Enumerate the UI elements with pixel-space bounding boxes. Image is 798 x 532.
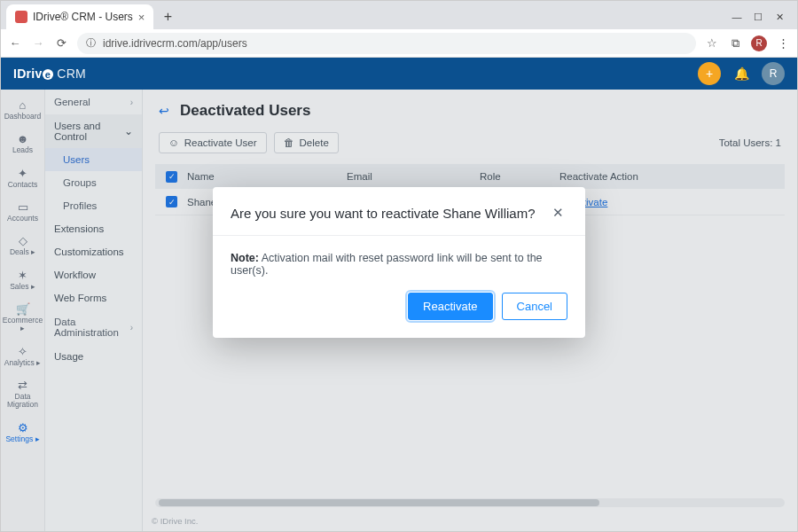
browser-profile-avatar[interactable]: R (751, 35, 767, 51)
tab-title: IDrive® CRM - Users (33, 11, 133, 23)
window-minimize-icon[interactable]: — (732, 12, 742, 23)
browser-address-bar: ← → ⟳ ⓘ idrive.idrivecrm.com/app/users ☆… (1, 29, 797, 58)
modal-close-icon[interactable]: ✕ (549, 203, 567, 223)
browser-menu-icon[interactable]: ⋮ (776, 36, 790, 50)
tab-close-icon[interactable]: × (138, 11, 145, 24)
modal-cancel-button[interactable]: Cancel (502, 293, 567, 320)
confirm-reactivate-modal: Are you sure you want to reactivate Shan… (213, 187, 585, 338)
modal-body: Note: Activation mail with reset passwor… (213, 236, 585, 293)
extensions-icon[interactable]: ⧉ (728, 36, 742, 51)
app-logo[interactable]: IDrive CRM (13, 66, 86, 81)
site-info-icon[interactable]: ⓘ (86, 36, 96, 50)
favicon-icon (15, 11, 27, 23)
add-button[interactable]: + (698, 62, 721, 85)
user-avatar[interactable]: R (762, 62, 785, 85)
modal-overlay[interactable]: Are you sure you want to reactivate Shan… (1, 90, 797, 531)
app-topbar: IDrive CRM + 🔔 R (1, 58, 797, 90)
modal-reactivate-button[interactable]: Reactivate (408, 293, 492, 320)
new-tab-button[interactable]: + (157, 6, 178, 27)
browser-tab[interactable]: IDrive® CRM - Users × (6, 4, 153, 29)
nav-back-icon[interactable]: ← (8, 36, 22, 50)
bookmark-icon[interactable]: ☆ (705, 36, 719, 50)
url-input[interactable]: ⓘ idrive.idrivecrm.com/app/users (77, 33, 696, 54)
modal-title: Are you sure you want to reactivate Shan… (231, 206, 536, 221)
url-text: idrive.idrivecrm.com/app/users (103, 37, 247, 50)
browser-tab-strip: IDrive® CRM - Users × + — ☐ ✕ (1, 1, 797, 29)
window-close-icon[interactable]: ✕ (774, 12, 785, 23)
notifications-icon[interactable]: 🔔 (730, 62, 753, 85)
nav-forward-icon[interactable]: → (31, 36, 45, 50)
window-maximize-icon[interactable]: ☐ (753, 12, 763, 23)
window-controls: — ☐ ✕ (732, 12, 792, 23)
nav-reload-icon[interactable]: ⟳ (54, 36, 68, 50)
